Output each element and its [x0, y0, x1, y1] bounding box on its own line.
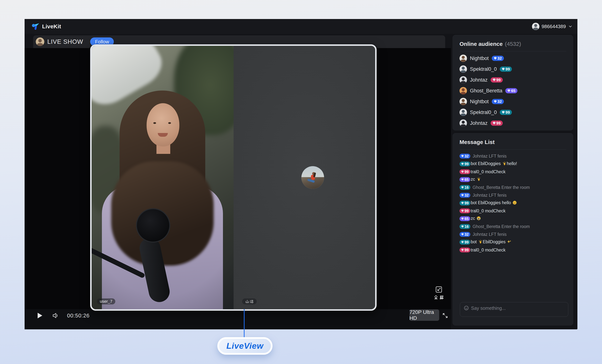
gift-badge: 16	[460, 185, 470, 190]
message-text: tral0_0 modCheck	[471, 247, 505, 253]
audience-member-row[interactable]: Johntaz 99	[453, 75, 573, 85]
chat-message-row: 99 bot EbilDoggies	[453, 238, 573, 246]
chat-message-row: 99 bot EbilDoggies hello!	[453, 160, 573, 168]
fullscreen-control[interactable]	[433, 286, 444, 300]
gift-badge: 32	[460, 232, 470, 237]
badge-count: 65	[464, 178, 469, 182]
stream-overlay: user_7	[90, 44, 377, 311]
badge-count: 16	[464, 225, 469, 229]
badge-count: 65	[511, 88, 515, 93]
audience-member-row[interactable]: Spektral0_0 99	[453, 64, 573, 75]
diamond-icon	[507, 89, 510, 92]
badge-count: 99	[464, 248, 469, 252]
badge-count: 99	[505, 67, 510, 71]
audience-list: Nightbot 32 Spektral0_0 99 Johntaz 99	[453, 53, 573, 128]
member-name: Spektral0_0	[470, 66, 497, 72]
badge-count: 99	[464, 162, 469, 166]
badge-count: 16	[464, 185, 469, 190]
messages-header: Message List	[453, 133, 573, 145]
audience-member-row[interactable]: Spektral0_0 99	[453, 107, 573, 118]
gift-badge: 65	[505, 88, 517, 93]
gift-badge: 99	[460, 201, 470, 205]
message-list-panel: Message List 32 Johntaz LFT fenis 99 bot…	[453, 133, 573, 325]
message-text: Johntaz LFT fenis	[473, 232, 506, 237]
diamond-icon	[461, 241, 464, 243]
badge-count: 99	[496, 78, 501, 82]
badge-count: 99	[464, 240, 469, 244]
diamond-icon	[461, 194, 464, 196]
remote-video-pane	[234, 46, 375, 309]
gift-badge: 99	[500, 110, 512, 115]
sparkles-emoji	[507, 240, 511, 244]
clap-emoji	[477, 177, 481, 181]
member-avatar	[460, 76, 467, 84]
badge-count: 99	[464, 201, 469, 205]
diamond-icon	[461, 225, 464, 228]
chat-input[interactable]	[471, 306, 564, 311]
play-icon	[37, 312, 43, 319]
volume-button[interactable]	[51, 311, 60, 320]
chat-message-row: 99 bot EbilDoggies hello	[453, 199, 573, 207]
chevron-down-icon	[568, 24, 573, 29]
diamond-icon	[461, 202, 464, 204]
audience-member-row[interactable]: Nightbot 32	[453, 53, 573, 64]
local-video-pane: user_7	[92, 46, 234, 309]
sob-emoji	[477, 216, 481, 220]
gift-badge: 99	[491, 77, 503, 83]
account-avatar	[532, 23, 539, 30]
streamer-avatar	[36, 37, 44, 46]
clap-emoji	[502, 161, 506, 166]
member-avatar	[460, 109, 467, 116]
brand: LiveKit	[32, 23, 61, 30]
member-avatar	[460, 87, 467, 95]
top-bar: LiveKit 986644389	[25, 19, 577, 34]
expand-button[interactable]	[441, 311, 449, 320]
gift-badge: 32	[492, 99, 504, 104]
chat-input-box[interactable]	[460, 302, 568, 317]
gift-badge: 99	[460, 161, 470, 166]
expand-icon	[442, 312, 449, 319]
chat-message-row: 65 zc	[453, 176, 573, 183]
gift-badge: 99	[491, 120, 503, 126]
gift-badge: 16	[460, 224, 470, 229]
account-menu[interactable]: 986644389	[532, 23, 573, 30]
chat-message-row: 99 tral0_0 modCheck	[453, 246, 573, 254]
chat-message-row: 99 tral0_0 modCheck	[453, 207, 573, 215]
playback-time: 00:50:26	[67, 311, 90, 320]
diamond-icon	[461, 249, 464, 251]
chat-message-row: 16 Ghost_Beretta Enter the room	[453, 223, 573, 230]
audience-header: Online audience (4532)	[453, 35, 573, 47]
audience-member-row[interactable]: Johntaz 99	[453, 118, 573, 128]
member-avatar	[460, 98, 467, 105]
member-name: Johntaz	[470, 120, 488, 126]
chat-message-row: 32 Johntaz LFT fenis	[453, 191, 573, 199]
quality-selector[interactable]: 720P Ultra HD	[409, 310, 439, 321]
audience-count: (4532)	[505, 41, 521, 47]
badge-count: 32	[464, 232, 469, 236]
badge-count: 99	[505, 110, 510, 115]
badge-count: 32	[464, 193, 469, 197]
play-button[interactable]	[36, 311, 44, 320]
badge-count: 32	[464, 154, 469, 158]
gift-badge: 99	[500, 66, 512, 72]
messages-title: Message List	[460, 139, 494, 145]
badge-count: 32	[497, 56, 502, 61]
gift-badge: 99	[460, 240, 470, 245]
audience-member-row[interactable]: Nightbot 32	[453, 96, 573, 107]
gift-badge: 99	[460, 208, 470, 213]
member-name: Nightbot	[470, 55, 489, 61]
message-text: Ghost_Beretta Enter the room	[473, 224, 530, 229]
message-text: bot EbilDoggies	[471, 239, 512, 245]
stream-title: LIVE SHOW	[47, 38, 83, 45]
message-text: tral0_0 modCheck	[471, 169, 505, 174]
diamond-icon	[502, 111, 505, 114]
smiley-icon	[464, 306, 469, 310]
diamond-icon	[493, 79, 496, 81]
player-controls: 00:50:26 720P Ultra HD	[25, 309, 451, 329]
gift-badge: 99	[460, 247, 470, 252]
audience-member-row[interactable]: Ghost_Beretta 65	[453, 85, 573, 96]
member-avatar	[460, 54, 467, 62]
callout-connector	[244, 309, 245, 338]
page-background: LiveKit 986644389 LIVE SHOW Follow	[0, 0, 602, 364]
speaker-icon	[52, 313, 59, 319]
